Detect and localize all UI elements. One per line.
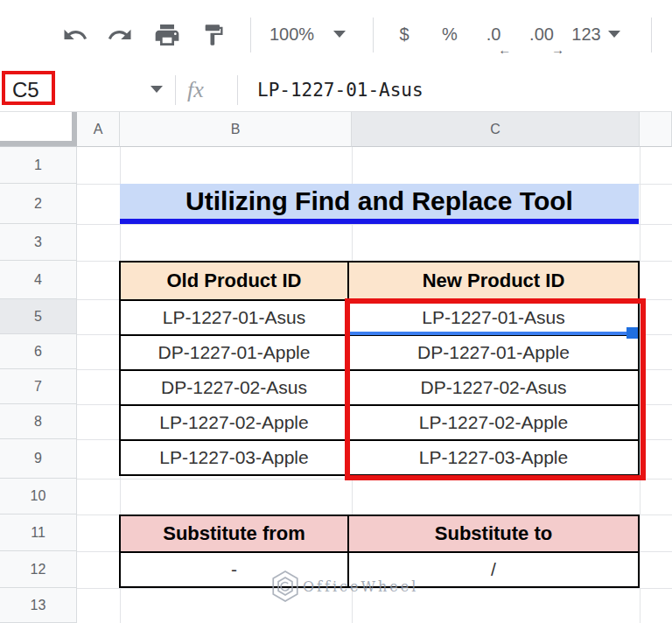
column-header-partial[interactable] (640, 112, 672, 147)
cell-c12[interactable]: / (349, 553, 638, 586)
format-percent-button[interactable]: % (434, 0, 466, 68)
select-all-corner[interactable] (0, 112, 77, 147)
row-header-5[interactable]: 5 (0, 299, 77, 334)
undo-button[interactable] (59, 18, 92, 52)
cell-b4[interactable]: Old Product ID (121, 262, 347, 299)
cell-c8[interactable]: LP-1227-02-Apple (349, 406, 638, 439)
column-header-b[interactable]: B (120, 112, 352, 147)
row-header-6[interactable]: 6 (0, 334, 77, 369)
formula-bar: C5 fx LP-1227-01-Asus (0, 68, 672, 112)
format-currency-button[interactable]: $ (388, 0, 420, 68)
cell-b9[interactable]: LP-1227-03-Apple (121, 441, 347, 474)
formula-input[interactable]: LP-1227-01-Asus (257, 68, 424, 111)
cell-c4[interactable]: New Product ID (349, 262, 638, 299)
cell-c6[interactable]: DP-1227-01-Apple (349, 336, 638, 369)
cell-c7[interactable]: DP-1227-02-Asus (349, 371, 638, 404)
formula-bar-separator (175, 75, 176, 105)
cell-b7[interactable]: DP-1227-02-Asus (121, 371, 347, 404)
cell-c9[interactable]: LP-1227-03-Apple (349, 441, 638, 474)
increase-decimal-label: .00 → (529, 24, 554, 45)
decrease-decimal-button[interactable]: .0 ← (476, 0, 511, 68)
row-header-10[interactable]: 10 (0, 479, 77, 514)
gridline (77, 588, 672, 589)
toolbar-separator (373, 18, 374, 52)
row-header-1[interactable]: 1 (0, 147, 77, 184)
spreadsheet-grid: A B C 1 2 3 4 5 6 7 8 9 10 11 12 13 Util… (0, 112, 672, 623)
number-format-label: 123 (571, 24, 600, 45)
row-header-9[interactable]: 9 (0, 439, 77, 479)
currency-label: $ (399, 24, 409, 45)
percent-label: % (442, 24, 458, 45)
toolbar: 100% $ % .0 ← .00 → 123 (0, 0, 672, 68)
print-button[interactable] (150, 18, 184, 52)
print-icon (153, 21, 181, 49)
toolbar-separator (651, 18, 652, 52)
paint-format-button[interactable] (197, 18, 230, 52)
fx-icon: fx (187, 68, 204, 111)
cell-b8[interactable]: LP-1227-02-Apple (121, 406, 347, 439)
title-banner-cell[interactable]: Utilizing Find and Replace Tool (120, 184, 639, 224)
undo-icon (62, 22, 88, 48)
column-header-c[interactable]: C (352, 112, 640, 147)
row-header-7[interactable]: 7 (0, 369, 77, 404)
gridline (77, 479, 672, 480)
cell-c11[interactable]: Substitute to (349, 516, 638, 551)
cell-b5[interactable]: LP-1227-01-Asus (121, 301, 347, 334)
toolbar-separator (250, 18, 251, 52)
row-header-12[interactable]: 12 (0, 551, 77, 588)
cell-c5-selected[interactable]: LP-1227-01-Asus (349, 301, 638, 334)
cell-b11[interactable]: Substitute from (121, 516, 347, 551)
paint-format-icon (201, 23, 226, 47)
redo-button[interactable] (103, 18, 136, 52)
zoom-select[interactable]: 100% (262, 0, 359, 68)
column-header-a[interactable]: A (77, 112, 120, 147)
increase-decimal-button[interactable]: .00 → (522, 0, 562, 68)
formula-bar-separator (237, 75, 238, 105)
row-header-2[interactable]: 2 (0, 184, 77, 224)
product-table: Old Product ID New Product ID LP-1227-01… (119, 261, 640, 476)
gridline (77, 224, 672, 225)
zoom-value: 100% (270, 24, 314, 45)
cell-b6[interactable]: DP-1227-01-Apple (121, 336, 347, 369)
chevron-down-icon (333, 31, 346, 38)
fill-handle[interactable] (626, 327, 638, 339)
redo-icon (107, 22, 133, 48)
decrease-decimal-label: .0 ← (486, 24, 501, 45)
cell-b12[interactable]: - (121, 553, 347, 586)
number-format-button[interactable]: 123 (567, 0, 625, 68)
row-header-4[interactable]: 4 (0, 261, 77, 299)
row-header-11[interactable]: 11 (0, 514, 77, 551)
name-box[interactable]: C5 (12, 68, 39, 111)
substitute-table: Substitute from Substitute to - / (119, 514, 640, 588)
arrow-left-icon: ← (498, 42, 511, 57)
row-header-13[interactable]: 13 (0, 588, 77, 623)
row-header-3[interactable]: 3 (0, 224, 77, 261)
gridline (640, 147, 640, 623)
name-box-caret-icon[interactable] (150, 86, 163, 93)
chevron-down-icon (608, 31, 620, 38)
arrow-right-icon: → (551, 42, 564, 57)
row-header-8[interactable]: 8 (0, 404, 77, 439)
